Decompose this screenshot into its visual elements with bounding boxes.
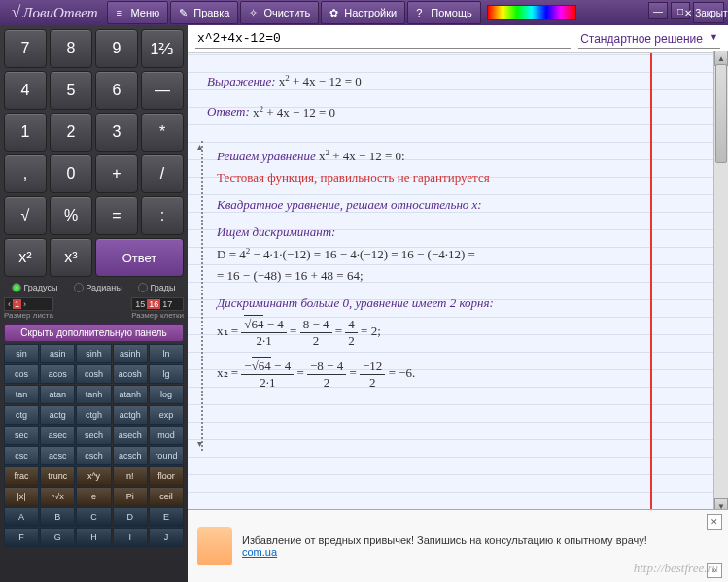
key-sqrt[interactable]: √ xyxy=(4,196,47,235)
key-7[interactable]: 7 xyxy=(4,29,47,68)
fn-key-sinh[interactable]: sinh xyxy=(76,344,111,363)
fn-key-atanh[interactable]: atanh xyxy=(113,385,148,404)
fn-key-actgh[interactable]: actgh xyxy=(113,405,148,425)
collapse-arrow-top-icon[interactable]: ▴ xyxy=(197,141,202,152)
fn-key-acsch[interactable]: acsch xyxy=(113,446,148,465)
color-spectrum[interactable] xyxy=(487,5,576,20)
content-area: Стандартное решение ▴ ▴ Выражение: x2 + … xyxy=(188,25,728,582)
key-0[interactable]: 0 xyxy=(50,154,92,193)
key-equals[interactable]: = xyxy=(95,196,138,235)
key-multiply[interactable]: * xyxy=(141,113,184,152)
key-comma[interactable]: , xyxy=(4,154,47,193)
radio-degrees[interactable]: Градусы xyxy=(12,283,57,292)
fn-key-asinh[interactable]: asinh xyxy=(113,344,148,363)
fn-key-A[interactable]: A xyxy=(4,507,39,527)
radio-grads[interactable]: Грады xyxy=(138,283,175,292)
fn-key-acsc[interactable]: acsc xyxy=(40,446,75,465)
fn-key-round[interactable]: round xyxy=(149,446,184,465)
expression-label: Выражение: xyxy=(207,74,275,88)
help-button[interactable]: ?Помощь xyxy=(407,1,481,24)
fn-key-x[interactable]: |x| xyxy=(4,487,39,506)
fn-key-x[interactable]: ⁿ√x xyxy=(40,487,75,506)
fn-key-I[interactable]: I xyxy=(113,528,148,547)
key-xcb[interactable]: x³ xyxy=(50,238,92,277)
fn-key-G[interactable]: G xyxy=(40,528,75,547)
fn-key-ctgh[interactable]: ctgh xyxy=(76,405,111,425)
fn-key-asin[interactable]: asin xyxy=(40,344,75,363)
scroll-thumb[interactable] xyxy=(715,64,727,163)
key-answer[interactable]: Ответ xyxy=(95,238,184,277)
fn-key-exp[interactable]: exp xyxy=(149,405,184,425)
discriminant-label: Ищем дискриминант: xyxy=(217,224,709,240)
key-minus[interactable]: — xyxy=(141,71,184,110)
fn-key-ln[interactable]: ln xyxy=(149,344,184,363)
edit-button[interactable]: ✎Правка xyxy=(170,1,238,24)
expression-input[interactable] xyxy=(195,29,571,49)
fn-key-asech[interactable]: asech xyxy=(113,426,148,445)
fn-key-n[interactable]: n! xyxy=(113,466,148,486)
fn-key-xy[interactable]: x^y xyxy=(76,466,111,486)
fn-key-tan[interactable]: tan xyxy=(4,385,39,404)
fn-key-sech[interactable]: sech xyxy=(76,426,111,445)
fn-key-lg[interactable]: lg xyxy=(149,364,184,384)
fn-key-trunc[interactable]: trunc xyxy=(40,466,75,486)
key-4[interactable]: 4 xyxy=(4,71,47,110)
fn-key-ceil[interactable]: ceil xyxy=(149,487,184,506)
key-divide[interactable]: / xyxy=(141,154,184,193)
fn-key-cos[interactable]: cos xyxy=(4,364,39,384)
fn-key-atan[interactable]: atan xyxy=(40,385,75,404)
fn-key-acosh[interactable]: acosh xyxy=(113,364,148,384)
ad-link[interactable]: com.ua xyxy=(242,546,277,558)
key-2[interactable]: 2 xyxy=(50,113,92,152)
sheet-size: ‹1› Размер листа xyxy=(4,297,53,320)
fn-key-cosh[interactable]: cosh xyxy=(76,364,111,384)
menu-button[interactable]: ≡Меню xyxy=(107,1,168,24)
fn-key-log[interactable]: log xyxy=(149,385,184,404)
key-1[interactable]: 1 xyxy=(4,113,47,152)
solution-mode-select[interactable]: Стандартное решение xyxy=(578,30,720,49)
key-xsq[interactable]: x² xyxy=(4,238,47,277)
key-3[interactable]: 3 xyxy=(95,113,138,152)
key-8[interactable]: 8 xyxy=(50,29,92,68)
fn-key-H[interactable]: H xyxy=(76,528,111,547)
fn-key-Pi[interactable]: Pi xyxy=(113,487,148,506)
ad-close-button[interactable]: ✕ xyxy=(707,514,722,530)
fn-key-e[interactable]: e xyxy=(76,487,111,506)
fn-key-B[interactable]: B xyxy=(40,507,75,527)
settings-button[interactable]: ✿Настройки xyxy=(321,1,405,24)
fn-key-D[interactable]: D xyxy=(113,507,148,527)
fn-key-sec[interactable]: sec xyxy=(4,426,39,445)
fn-key-actg[interactable]: actg xyxy=(40,405,75,425)
minimize-button[interactable]: — xyxy=(648,2,668,19)
fn-key-csch[interactable]: csch xyxy=(76,446,111,465)
key-5[interactable]: 5 xyxy=(50,71,92,110)
fn-key-mod[interactable]: mod xyxy=(149,426,184,445)
key-fraction[interactable]: 1⅔ xyxy=(141,29,184,68)
app-logo: ЛовиОтвет xyxy=(4,3,105,22)
close-button[interactable]: ✕Закрыть xyxy=(693,2,724,23)
fn-key-sin[interactable]: sin xyxy=(4,344,39,363)
fn-key-E[interactable]: E xyxy=(149,507,184,527)
fn-key-asec[interactable]: asec xyxy=(40,426,75,445)
key-colon[interactable]: : xyxy=(141,196,184,235)
clear-button[interactable]: ✧Очистить xyxy=(240,1,319,24)
key-percent[interactable]: % xyxy=(50,196,92,235)
radio-radians[interactable]: Радианы xyxy=(74,283,121,292)
sheet-size-spinner[interactable]: ‹1› xyxy=(4,297,53,311)
cell-size-spinner[interactable]: 151617 xyxy=(131,297,184,311)
hide-panel-button[interactable]: Скрыть дополнительную панель xyxy=(4,324,184,342)
fn-key-frac[interactable]: frac xyxy=(4,466,39,486)
key-6[interactable]: 6 xyxy=(95,71,138,110)
vertical-scrollbar[interactable]: ▲ ▼ xyxy=(713,51,728,514)
key-plus[interactable]: + xyxy=(95,154,138,193)
fn-key-F[interactable]: F xyxy=(4,528,39,547)
fn-key-csc[interactable]: csc xyxy=(4,446,39,465)
collapse-arrow-bottom-icon[interactable]: ▴ xyxy=(197,440,202,451)
fn-key-ctg[interactable]: ctg xyxy=(4,405,39,425)
fn-key-J[interactable]: J xyxy=(149,528,184,547)
key-9[interactable]: 9 xyxy=(95,29,138,68)
fn-key-floor[interactable]: floor xyxy=(149,466,184,486)
fn-key-acos[interactable]: acos xyxy=(40,364,75,384)
fn-key-tanh[interactable]: tanh xyxy=(76,385,111,404)
fn-key-C[interactable]: C xyxy=(76,507,111,527)
